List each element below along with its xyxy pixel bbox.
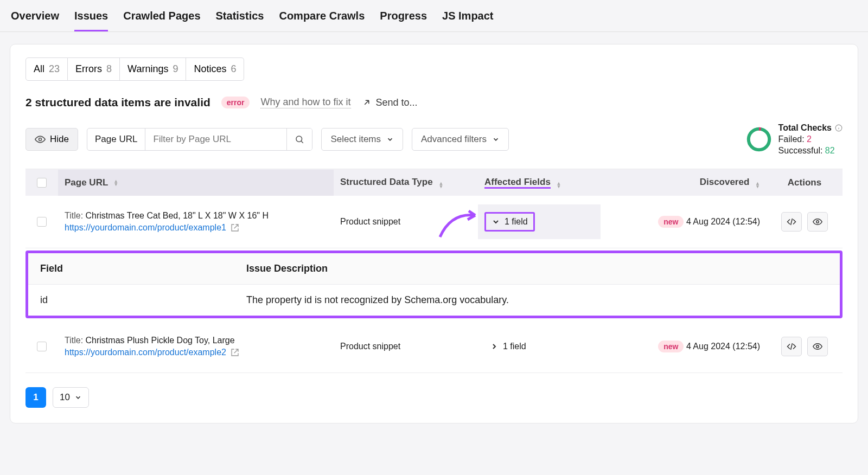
success-count: 82 bbox=[825, 146, 835, 155]
progress-ring-icon bbox=[746, 126, 772, 152]
svg-point-1 bbox=[296, 136, 302, 142]
filter-count: 23 bbox=[49, 63, 60, 75]
chevron-down-icon bbox=[74, 394, 82, 401]
chevron-down-icon bbox=[492, 217, 500, 226]
column-fields[interactable]: Affected Fields ▲▼ bbox=[478, 169, 601, 196]
filter-all[interactable]: All 23 bbox=[25, 57, 68, 81]
totals-title: Total Checks bbox=[778, 123, 832, 133]
chevron-right-icon bbox=[490, 342, 499, 351]
row-checkbox[interactable] bbox=[37, 217, 47, 227]
svg-point-6 bbox=[816, 345, 819, 348]
row-type: Product snippet bbox=[334, 209, 478, 234]
row-url-text: https://yourdomain.com/product/example1 bbox=[65, 223, 226, 233]
error-badge: error bbox=[221, 97, 250, 108]
failed-count: 2 bbox=[807, 134, 812, 144]
filter-label: All bbox=[34, 63, 44, 75]
filter-notices[interactable]: Notices 6 bbox=[186, 57, 244, 81]
advanced-filters-label: Advanced filters bbox=[421, 134, 487, 145]
preview-button[interactable] bbox=[807, 337, 828, 356]
select-items-dropdown[interactable]: Select items bbox=[321, 128, 403, 151]
send-icon bbox=[362, 98, 372, 107]
hide-button[interactable]: Hide bbox=[25, 128, 78, 151]
filter-count: 8 bbox=[106, 63, 112, 75]
details-desc-value: The property id is not recognized by Sch… bbox=[234, 285, 840, 316]
row-checkbox[interactable] bbox=[37, 342, 47, 351]
code-icon bbox=[787, 217, 796, 227]
column-type-label: Structured Data Type bbox=[340, 177, 433, 187]
filter-label: Warnings bbox=[127, 63, 168, 75]
filter-label: Notices bbox=[194, 63, 226, 75]
sort-icon: ▲▼ bbox=[755, 182, 760, 188]
column-url-label: Page URL bbox=[65, 177, 108, 188]
tab-compare-crawls[interactable]: Compare Crawls bbox=[279, 10, 365, 31]
fields-text: 1 field bbox=[503, 342, 526, 351]
eye-icon bbox=[35, 134, 46, 145]
tab-overview[interactable]: Overview bbox=[11, 10, 59, 31]
sort-icon: ▲▼ bbox=[438, 182, 443, 188]
pagination: 1 10 bbox=[25, 387, 843, 408]
column-type[interactable]: Structured Data Type ▲▼ bbox=[334, 169, 478, 196]
view-source-button[interactable] bbox=[781, 212, 802, 232]
row-url-link[interactable]: https://yourdomain.com/product/example2 bbox=[65, 348, 239, 357]
select-all-checkbox[interactable] bbox=[37, 178, 47, 188]
affected-fields-toggle[interactable]: 1 field bbox=[484, 338, 532, 355]
row-url-text: https://yourdomain.com/product/example2 bbox=[65, 348, 226, 357]
failed-label: Failed: bbox=[778, 134, 805, 144]
url-filter: Page URL bbox=[87, 128, 312, 151]
view-source-button[interactable] bbox=[781, 337, 802, 356]
code-icon bbox=[787, 342, 796, 351]
eye-icon bbox=[813, 217, 822, 227]
tab-crawled-pages[interactable]: Crawled Pages bbox=[123, 10, 200, 31]
table-row: Title: Christmas Tree Cat Bed, 18" L X 1… bbox=[25, 196, 843, 248]
column-url[interactable]: Page URL ▲▼ bbox=[58, 170, 334, 196]
hide-label: Hide bbox=[50, 134, 69, 145]
heading-row: 2 structured data items are invalid erro… bbox=[25, 96, 843, 109]
search-button[interactable] bbox=[286, 129, 312, 150]
filter-warnings[interactable]: Warnings 9 bbox=[120, 57, 186, 81]
new-badge: new bbox=[658, 216, 684, 228]
details-field-value: id bbox=[28, 285, 234, 316]
tab-js-impact[interactable]: JS Impact bbox=[442, 10, 493, 31]
row-url-link[interactable]: https://yourdomain.com/product/example1 bbox=[65, 223, 239, 233]
issues-table: Page URL ▲▼ Structured Data Type ▲▼ Affe… bbox=[25, 169, 843, 373]
send-to-label: Send to... bbox=[376, 97, 418, 108]
row-title: Title: Christmas Plush Pickle Dog Toy, L… bbox=[65, 336, 327, 345]
tab-nav: Overview Issues Crawled Pages Statistics… bbox=[0, 0, 868, 32]
eye-icon bbox=[813, 342, 822, 351]
sort-icon: ▲▼ bbox=[113, 179, 118, 186]
tab-issues[interactable]: Issues bbox=[74, 10, 108, 31]
send-to-button[interactable]: Send to... bbox=[362, 97, 418, 108]
svg-point-0 bbox=[39, 138, 42, 141]
filter-count: 6 bbox=[231, 63, 236, 75]
url-filter-input[interactable] bbox=[145, 129, 286, 150]
svg-point-2 bbox=[748, 129, 769, 150]
table-row: Title: Christmas Plush Pickle Dog Toy, L… bbox=[25, 320, 843, 373]
page-size-select[interactable]: 10 bbox=[53, 387, 89, 408]
affected-fields-toggle[interactable]: 1 field bbox=[484, 212, 535, 232]
filter-label: Errors bbox=[75, 63, 102, 75]
column-actions: Actions bbox=[767, 170, 843, 196]
svg-point-5 bbox=[816, 221, 819, 223]
filter-errors[interactable]: Errors 8 bbox=[68, 57, 120, 81]
column-discovered-label: Discovered bbox=[700, 177, 750, 187]
row-title: Title: Christmas Tree Cat Bed, 18" L X 1… bbox=[65, 211, 327, 221]
page-1-button[interactable]: 1 bbox=[25, 387, 46, 408]
tab-statistics[interactable]: Statistics bbox=[216, 10, 264, 31]
help-link[interactable]: Why and how to fix it bbox=[260, 97, 350, 108]
tab-progress[interactable]: Progress bbox=[380, 10, 427, 31]
chevron-down-icon bbox=[492, 136, 500, 143]
details-desc-header: Issue Description bbox=[234, 253, 840, 284]
sort-icon: ▲▼ bbox=[557, 182, 561, 188]
column-discovered[interactable]: Discovered ▲▼ bbox=[601, 169, 767, 196]
controls-row: Hide Page URL Select items Advanced filt… bbox=[25, 123, 843, 156]
main-panel: All 23 Errors 8 Warnings 9 Notices 6 2 s… bbox=[10, 44, 858, 423]
advanced-filters-dropdown[interactable]: Advanced filters bbox=[412, 128, 509, 151]
filter-row: All 23 Errors 8 Warnings 9 Notices 6 bbox=[25, 57, 843, 81]
success-label: Successful: bbox=[778, 146, 823, 155]
select-items-label: Select items bbox=[330, 134, 381, 145]
info-icon[interactable] bbox=[835, 124, 843, 132]
chevron-down-icon bbox=[386, 136, 394, 143]
fields-text: 1 field bbox=[505, 217, 528, 227]
url-filter-label: Page URL bbox=[87, 129, 145, 150]
preview-button[interactable] bbox=[807, 212, 828, 232]
